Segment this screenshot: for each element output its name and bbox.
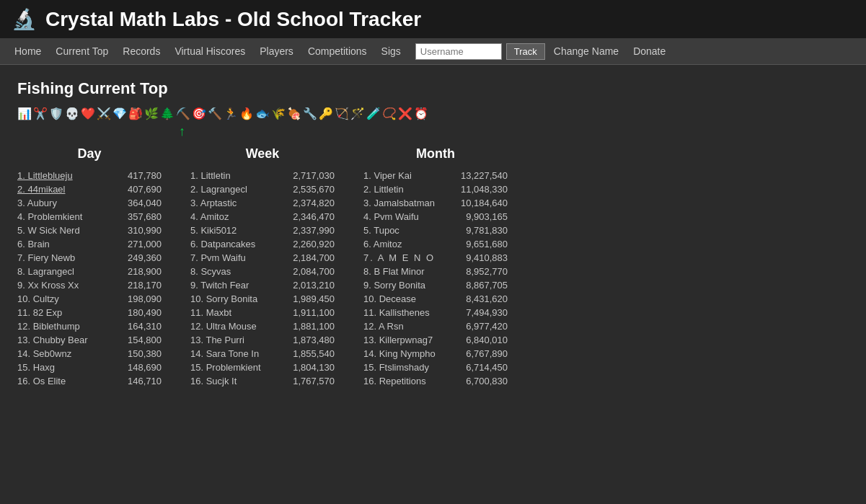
table-row: 1. Viper Kai13,227,540: [363, 169, 508, 182]
nav-competitions[interactable]: Competitions: [302, 43, 373, 60]
skill-icon-agility[interactable]: 🌾: [271, 108, 286, 120]
table-row: 15. Problemkient1,804,130: [190, 361, 335, 374]
table-row: 12. A Rsn6,977,420: [363, 319, 508, 333]
table-row: 1. Littletin2,717,030: [190, 169, 335, 182]
table-row: 2. 44mikael407,690: [17, 182, 162, 196]
skill-icon-woodcutting[interactable]: 🌿: [144, 108, 159, 120]
nav-records[interactable]: Records: [117, 43, 166, 60]
table-row: 3. Aubury364,040: [17, 196, 162, 210]
nav-virtual-hiscores[interactable]: Virtual Hiscores: [169, 43, 251, 60]
skill-icon-summoning[interactable]: 📿: [382, 108, 397, 120]
table-row: 12. Ultra Mouse1,881,100: [190, 319, 335, 333]
skill-icon-thieving[interactable]: 🍖: [287, 108, 301, 120]
skill-icon-dungeoneering[interactable]: ❌: [398, 108, 412, 120]
nav-current-top[interactable]: Current Top: [50, 43, 114, 60]
month-header: Month: [363, 146, 508, 162]
skill-icon-herblore[interactable]: 🐟: [255, 108, 270, 120]
track-button[interactable]: Track: [506, 43, 545, 60]
site-title: Crystal Math Labs - Old School Tracker: [45, 8, 421, 31]
skill-icon-farming[interactable]: 🔑: [319, 108, 333, 120]
table-row: 15. Ftslimshady6,714,450: [363, 361, 508, 374]
navbar: Home Current Top Records Virtual Hiscore…: [0, 38, 866, 65]
leaderboard: Day 1. Littleblueju417,780 2. 44mikael40…: [17, 146, 849, 388]
content: Fishing Current Top 📊 ✂️ 🛡️ 💀 ❤️ ⚔️ 💎 🎒 …: [0, 65, 866, 402]
table-row: 11. 82 Exp180,490: [17, 306, 162, 319]
table-row: 5. Kiki50122,337,990: [190, 224, 335, 237]
skill-icon-fletching[interactable]: 🌲: [160, 108, 174, 120]
table-row: 3. Jamalsbatman10,184,640: [363, 196, 508, 210]
table-row: 10. Cultzy198,090: [17, 292, 162, 306]
table-row: 14. King Nympho6,767,890: [363, 347, 508, 361]
table-row: 10. Sorry Bonita1,989,450: [190, 292, 335, 306]
table-row: 9. Twitch Fear2,013,210: [190, 278, 335, 292]
table-row: 8. B Flat Minor8,952,770: [363, 265, 508, 278]
table-row: 13. Killerpwnag76,840,010: [363, 333, 508, 347]
table-row: 7. Pvm Waifu2,184,700: [190, 251, 335, 265]
nav-change-name[interactable]: Change Name: [548, 43, 624, 60]
table-row: 16. Sucjk It1,767,570: [190, 374, 335, 388]
table-row: 11. Kallisthenes7,494,930: [363, 306, 508, 319]
skill-icon-overall[interactable]: ⏰: [414, 108, 428, 120]
table-row: 11. Maxbt1,911,100: [190, 306, 335, 319]
active-skill-arrow: ↑: [179, 124, 185, 138]
nav-donate[interactable]: Donate: [627, 43, 671, 60]
skill-icons-row: 📊 ✂️ 🛡️ 💀 ❤️ ⚔️ 💎 🎒 🌿 🌲 ⛏️ 🎯 🔨 🏃 🔥 🐟 🌾 🍖…: [17, 108, 849, 120]
skill-icon-prayer[interactable]: ❤️: [81, 108, 95, 120]
table-row: 6. Brain271,000: [17, 237, 162, 251]
table-row: 5. Tupoc9,781,830: [363, 224, 508, 237]
day-section: Day 1. Littleblueju417,780 2. 44mikael40…: [17, 146, 162, 388]
table-row: 1. Littleblueju417,780: [17, 169, 162, 182]
table-row: 7. A M E N O9,410,883: [363, 251, 508, 265]
table-row: 14. Sara Tone In1,855,540: [190, 347, 335, 361]
table-row: 8. Scyvas2,084,700: [190, 265, 335, 278]
table-row: 5. W Sick Nerd310,990: [17, 224, 162, 237]
skill-icon-hunter[interactable]: 🪄: [350, 108, 365, 120]
page-title: Fishing Current Top: [17, 79, 849, 98]
skill-icon-runecrafting[interactable]: 🏹: [335, 108, 349, 120]
table-row: 6. Datpancakes2,260,920: [190, 237, 335, 251]
table-row: 10. Decease8,431,620: [363, 292, 508, 306]
skill-icon-defence[interactable]: 🛡️: [49, 108, 63, 120]
skill-icon-fishing[interactable]: ⛏️: [176, 108, 190, 120]
skill-icon-smithing[interactable]: 🏃: [224, 108, 238, 120]
skill-icon-ranged[interactable]: 💎: [112, 108, 127, 120]
month-section: Month 1. Viper Kai13,227,540 2. Littleti…: [363, 146, 508, 388]
table-row: 15. Haxg148,690: [17, 361, 162, 374]
skill-icon-cooking[interactable]: 🎒: [128, 108, 143, 120]
skill-icon-magic[interactable]: ⚔️: [97, 108, 111, 120]
table-row: 16. Repetitions6,700,830: [363, 374, 508, 388]
username-input[interactable]: [415, 43, 502, 60]
skill-icon-hitpoints[interactable]: 💀: [65, 108, 79, 120]
table-row: 6. Amitoz9,651,680: [363, 237, 508, 251]
table-row: 2. Lagrangecl2,535,670: [190, 182, 335, 196]
nav-players[interactable]: Players: [254, 43, 299, 60]
week-section: Week 1. Littletin2,717,030 2. Lagrangecl…: [190, 146, 335, 388]
skill-icon-mining[interactable]: 🔥: [239, 108, 254, 120]
table-row: 9. Xx Kross Xx218,170: [17, 278, 162, 292]
table-row: 13. Chubby Bear154,800: [17, 333, 162, 347]
table-row: 7. Fiery Newb249,360: [17, 251, 162, 265]
table-row: 2. Littletin11,048,330: [363, 182, 508, 196]
table-row: 12. Biblethump164,310: [17, 319, 162, 333]
table-row: 4. Amitoz2,346,470: [190, 210, 335, 224]
skill-icon-construction[interactable]: 🧪: [366, 108, 381, 120]
table-row: 3. Arptastic2,374,820: [190, 196, 335, 210]
table-row: 16. Os Elite146,710: [17, 374, 162, 388]
header: 🔬 Crystal Math Labs - Old School Tracker: [0, 0, 866, 38]
skill-icon-attack[interactable]: 📊: [17, 108, 32, 120]
nav-sigs[interactable]: Sigs: [376, 43, 407, 60]
skill-icon-firemaking[interactable]: 🎯: [192, 108, 206, 120]
skill-icon-strength[interactable]: ✂️: [33, 108, 48, 120]
table-row: 14. Seb0wnz150,380: [17, 347, 162, 361]
skill-icon-slayer[interactable]: 🔧: [303, 108, 317, 120]
skill-icon-crafting[interactable]: 🔨: [208, 108, 222, 120]
table-row: 9. Sorry Bonita8,867,705: [363, 278, 508, 292]
logo-icon: 🔬: [12, 7, 37, 31]
table-row: 4. Problemkient357,680: [17, 210, 162, 224]
table-row: 4. Pvm Waifu9,903,165: [363, 210, 508, 224]
week-header: Week: [190, 146, 335, 162]
table-row: 8. Lagrangecl218,900: [17, 265, 162, 278]
day-header: Day: [17, 146, 162, 162]
table-row: 13. The Purri1,873,480: [190, 333, 335, 347]
nav-home[interactable]: Home: [9, 43, 47, 60]
